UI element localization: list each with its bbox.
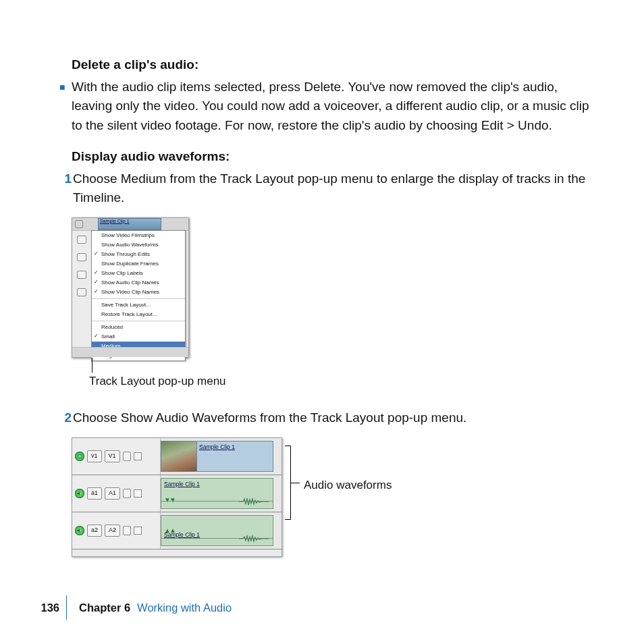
step-1-text: Choose Medium from the Track Layout pop-… [73, 169, 597, 208]
video-clip-label: Sample Clip 1 [199, 443, 235, 452]
dest-patch-a2[interactable]: A2 [105, 525, 120, 537]
track-visibility-icon[interactable] [75, 220, 83, 228]
timeline-footer [72, 347, 188, 357]
menu-item-reduced[interactable]: Reduced [92, 323, 185, 332]
menu-separator [92, 298, 185, 299]
track-selector-icon[interactable] [77, 253, 86, 261]
heading-display-waveforms: Display audio waveforms: [72, 147, 597, 167]
svg-rect-0 [78, 454, 82, 458]
lock-icon[interactable] [123, 489, 131, 498]
clip-label: Sample Clip 1 [100, 219, 130, 223]
auto-select-icon[interactable] [134, 527, 142, 535]
track-a1: a1 A1 Sample Clip 1 ▼▼ [72, 475, 281, 512]
source-patch-a2[interactable]: a2 [87, 525, 102, 537]
track-selector-icon[interactable] [77, 288, 86, 296]
callout-audio-waveforms: Audio waveforms [304, 477, 392, 494]
video-thumbnail [161, 441, 197, 471]
step-number-2: 2 [59, 408, 73, 427]
menu-separator [92, 321, 185, 321]
callout-track-layout-menu: Track Layout pop-up menu [89, 373, 597, 390]
track-layout-popup-menu[interactable]: Show Video Filmstrips Show Audio Wavefor… [91, 230, 186, 361]
delete-audio-text: With the audio clip items selected, pres… [72, 78, 597, 136]
audio-clip-label: Sample Clip 1 [164, 480, 200, 489]
video-clip[interactable]: Sample Clip 1 [161, 441, 273, 472]
lock-icon[interactable] [123, 526, 131, 535]
page-number: 136 [0, 595, 67, 620]
auto-select-icon[interactable] [134, 489, 142, 498]
audio-clip-a1[interactable]: Sample Clip 1 ▼▼ [161, 478, 273, 509]
dest-patch-a1[interactable]: A1 [105, 487, 120, 500]
footer-chapter: Chapter 6 [67, 599, 137, 616]
menu-item-show-video-clip-names[interactable]: Show Video Clip Names [92, 288, 185, 297]
track-audibility-toggle[interactable] [75, 489, 84, 498]
menu-item-restore-layout[interactable]: Restore Track Layout… [92, 310, 185, 319]
menu-item-small[interactable]: Small [92, 332, 185, 342]
bullet-icon: ■ [59, 78, 72, 97]
audio-waveform [161, 496, 273, 507]
step-2-text: Choose Show Audio Waveforms from the Tra… [73, 408, 597, 428]
menu-item-show-duplicate-frames[interactable]: Show Duplicate Frames [92, 259, 185, 269]
menu-item-show-audio-clip-names[interactable]: Show Audio Clip Names [92, 278, 185, 288]
step-number-1: 1 [59, 169, 73, 188]
dest-patch-v1[interactable]: V1 [105, 450, 120, 462]
timeline-clip[interactable]: Sample Clip 1 [98, 218, 161, 230]
callout-bracket [285, 446, 291, 520]
page-footer: 136 Chapter 6 Working with Audio [0, 595, 232, 620]
track-selector-icon[interactable] [77, 271, 86, 279]
auto-select-icon[interactable] [134, 452, 142, 460]
menu-item-show-through-edits[interactable]: Show Through Edits [92, 250, 185, 259]
lock-icon[interactable] [123, 452, 131, 461]
track-v1: v1 V1 Sample Clip 1 [72, 438, 281, 475]
menu-item-show-audio-waveforms[interactable]: Show Audio Waveforms [92, 240, 185, 250]
track-audibility-toggle[interactable] [75, 526, 84, 535]
callout-leader-line [92, 358, 92, 373]
menu-item-show-clip-labels[interactable]: Show Clip Labels [92, 269, 185, 278]
track-a2: a2 A2 ▲▲ Sample Clip 1 [72, 512, 281, 549]
source-patch-v1[interactable]: v1 [87, 450, 102, 462]
track-visibility-toggle[interactable] [75, 452, 84, 461]
source-patch-a1[interactable]: a1 [87, 487, 102, 500]
menu-item-show-filmstrips[interactable]: Show Video Filmstrips [92, 231, 185, 240]
footer-chapter-title: Working with Audio [137, 599, 232, 616]
screenshot-track-layout-menu: Sample Clip 1 Show Video Filmstrips Show… [72, 217, 189, 358]
screenshot-timeline-waveforms: v1 V1 Sample Clip 1 a1 [72, 437, 282, 557]
heading-delete-audio: Delete a clip's audio: [72, 55, 597, 75]
track-selector-icon[interactable] [77, 236, 86, 244]
audio-waveform [161, 533, 273, 544]
menu-item-save-layout[interactable]: Save Track Layout… [92, 300, 185, 310]
audio-clip-a2[interactable]: ▲▲ Sample Clip 1 [161, 515, 273, 546]
